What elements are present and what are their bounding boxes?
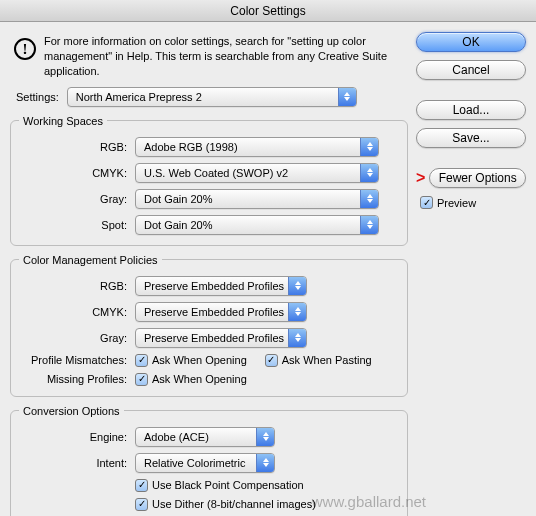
conv-engine-label: Engine: bbox=[19, 431, 135, 443]
ws-rgb-select[interactable]: Adobe RGB (1998) bbox=[135, 137, 379, 157]
ws-gray-select[interactable]: Dot Gain 20% bbox=[135, 189, 379, 209]
ws-cmyk-select[interactable]: U.S. Web Coated (SWOP) v2 bbox=[135, 163, 379, 183]
missing-open-checkbox[interactable]: ✓Ask When Opening bbox=[135, 373, 247, 386]
fewer-options-button[interactable]: Fewer Options bbox=[429, 168, 526, 188]
ws-spot-select[interactable]: Dot Gain 20% bbox=[135, 215, 379, 235]
conv-intent-label: Intent: bbox=[19, 457, 135, 469]
checkmark-icon: ✓ bbox=[135, 354, 148, 367]
conversion-legend: Conversion Options bbox=[19, 405, 124, 417]
chevron-updown-icon bbox=[338, 88, 356, 106]
pol-rgb-label: RGB: bbox=[19, 280, 135, 292]
mismatch-paste-checkbox[interactable]: ✓Ask When Pasting bbox=[265, 354, 372, 367]
bpc-checkbox[interactable]: ✓Use Black Point Compensation bbox=[135, 479, 304, 492]
mismatch-open-checkbox[interactable]: ✓Ask When Opening bbox=[135, 354, 247, 367]
ws-spot-label: Spot: bbox=[19, 219, 135, 231]
checkmark-icon: ✓ bbox=[135, 479, 148, 492]
chevron-updown-icon bbox=[360, 216, 378, 234]
load-button[interactable]: Load... bbox=[416, 100, 526, 120]
pol-cmyk-select[interactable]: Preserve Embedded Profiles bbox=[135, 302, 307, 322]
arrow-right-icon: > bbox=[416, 169, 425, 187]
save-button[interactable]: Save... bbox=[416, 128, 526, 148]
watermark-text: www.gballard.net bbox=[312, 493, 426, 510]
ws-gray-label: Gray: bbox=[19, 193, 135, 205]
pol-mismatch-label: Profile Mismatches: bbox=[19, 354, 135, 366]
info-icon: ! bbox=[14, 38, 36, 60]
settings-select[interactable]: North America Prepress 2 bbox=[67, 87, 357, 107]
pol-missing-label: Missing Profiles: bbox=[19, 373, 135, 385]
chevron-updown-icon bbox=[256, 454, 274, 472]
pol-rgb-select[interactable]: Preserve Embedded Profiles bbox=[135, 276, 307, 296]
chevron-updown-icon bbox=[360, 138, 378, 156]
conv-engine-select[interactable]: Adobe (ACE) bbox=[135, 427, 275, 447]
chevron-updown-icon bbox=[288, 277, 306, 295]
ws-rgb-label: RGB: bbox=[19, 141, 135, 153]
chevron-updown-icon bbox=[256, 428, 274, 446]
chevron-updown-icon bbox=[360, 164, 378, 182]
checkmark-icon: ✓ bbox=[420, 196, 433, 209]
pol-gray-select[interactable]: Preserve Embedded Profiles bbox=[135, 328, 307, 348]
pol-gray-label: Gray: bbox=[19, 332, 135, 344]
checkmark-icon: ✓ bbox=[265, 354, 278, 367]
policies-group: Color Management Policies RGB: Preserve … bbox=[10, 254, 408, 397]
preview-checkbox[interactable]: ✓Preview bbox=[420, 196, 476, 209]
cancel-button[interactable]: Cancel bbox=[416, 60, 526, 80]
chevron-updown-icon bbox=[288, 329, 306, 347]
policies-legend: Color Management Policies bbox=[19, 254, 162, 266]
settings-label: Settings: bbox=[10, 91, 59, 103]
working-spaces-legend: Working Spaces bbox=[19, 115, 107, 127]
dither-checkbox[interactable]: ✓Use Dither (8-bit/channel images) bbox=[135, 498, 316, 511]
pol-cmyk-label: CMYK: bbox=[19, 306, 135, 318]
chevron-updown-icon bbox=[288, 303, 306, 321]
ok-button[interactable]: OK bbox=[416, 32, 526, 52]
window-title: Color Settings bbox=[0, 0, 536, 22]
conv-intent-select[interactable]: Relative Colorimetric bbox=[135, 453, 275, 473]
info-text: For more information on color settings, … bbox=[44, 32, 408, 79]
working-spaces-group: Working Spaces RGB: Adobe RGB (1998) CMY… bbox=[10, 115, 408, 246]
checkmark-icon: ✓ bbox=[135, 373, 148, 386]
chevron-updown-icon bbox=[360, 190, 378, 208]
checkmark-icon: ✓ bbox=[135, 498, 148, 511]
ws-cmyk-label: CMYK: bbox=[19, 167, 135, 179]
